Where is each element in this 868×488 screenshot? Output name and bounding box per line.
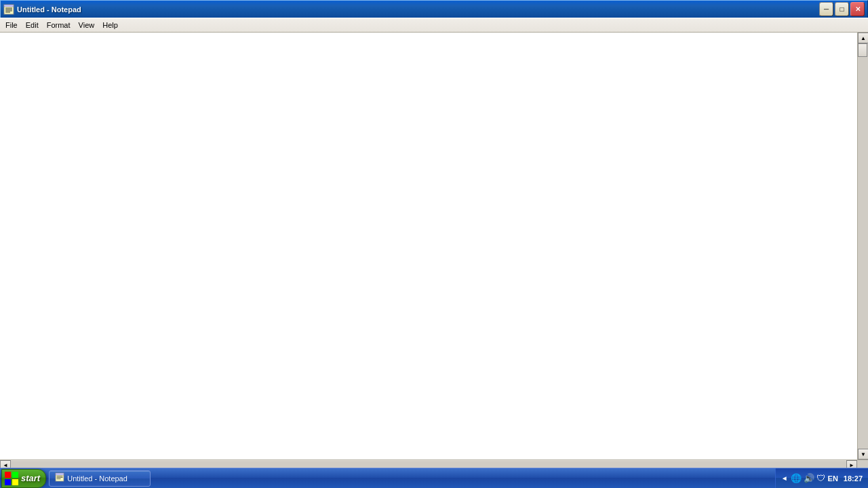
app-icon [3, 4, 14, 15]
tray-expand-icon[interactable]: ◄ [781, 474, 788, 482]
menu-view[interactable]: View [75, 20, 99, 30]
window-controls: ─ □ ✕ [819, 2, 865, 16]
taskbar-apps: Untitled - Notepad [46, 470, 774, 487]
start-label: start [21, 473, 40, 483]
system-tray: ◄ 🌐 🔊 🛡 EN 18:27 [775, 468, 868, 488]
text-editor[interactable] [0, 33, 857, 460]
start-icon [5, 472, 18, 485]
menu-edit[interactable]: Edit [22, 20, 43, 30]
taskbar-app-notepad[interactable]: Untitled - Notepad [49, 470, 151, 487]
taskbar: start Untitled - Notepad ◄ 🌐 🔊 🛡 EN 18:2 [0, 468, 868, 488]
svg-rect-11 [56, 473, 64, 475]
menu-help[interactable]: Help [98, 20, 122, 30]
tray-security-icon: 🛡 [816, 473, 825, 483]
tray-icons: 🌐 🔊 🛡 [791, 473, 825, 483]
vertical-scroll-thumb[interactable] [858, 43, 867, 57]
tray-volume-icon: 🔊 [804, 473, 814, 483]
taskbar-app-label: Untitled - Notepad [67, 474, 127, 483]
menu-bar: File Edit Format View Help [0, 18, 868, 33]
title-bar: Untitled - Notepad ─ □ ✕ [0, 0, 868, 18]
title-bar-left: Untitled - Notepad [3, 4, 81, 15]
svg-rect-7 [12, 472, 18, 478]
minimize-button[interactable]: ─ [819, 2, 833, 16]
svg-rect-8 [5, 479, 11, 485]
taskbar-notepad-icon [55, 472, 64, 484]
window-title: Untitled - Notepad [17, 5, 81, 14]
vertical-scrollbar: ▲ ▼ [857, 33, 868, 460]
tray-network-icon: 🌐 [791, 473, 802, 483]
vertical-scroll-track[interactable] [858, 43, 868, 449]
tray-clock: 18:27 [841, 474, 863, 483]
start-button[interactable]: start [1, 469, 46, 488]
svg-rect-9 [12, 479, 18, 485]
menu-format[interactable]: Format [43, 20, 75, 30]
tray-language: EN [828, 474, 838, 483]
menu-file[interactable]: File [1, 20, 22, 30]
editor-container: ▲ ▼ ◄ ► [0, 33, 868, 470]
svg-rect-6 [5, 472, 11, 478]
maximize-button[interactable]: □ [835, 2, 849, 16]
scroll-down-button[interactable]: ▼ [858, 449, 868, 460]
scroll-up-button[interactable]: ▲ [858, 33, 868, 43]
close-button[interactable]: ✕ [850, 2, 865, 16]
editor-inner: ▲ ▼ [0, 33, 868, 460]
svg-rect-1 [4, 5, 14, 7]
